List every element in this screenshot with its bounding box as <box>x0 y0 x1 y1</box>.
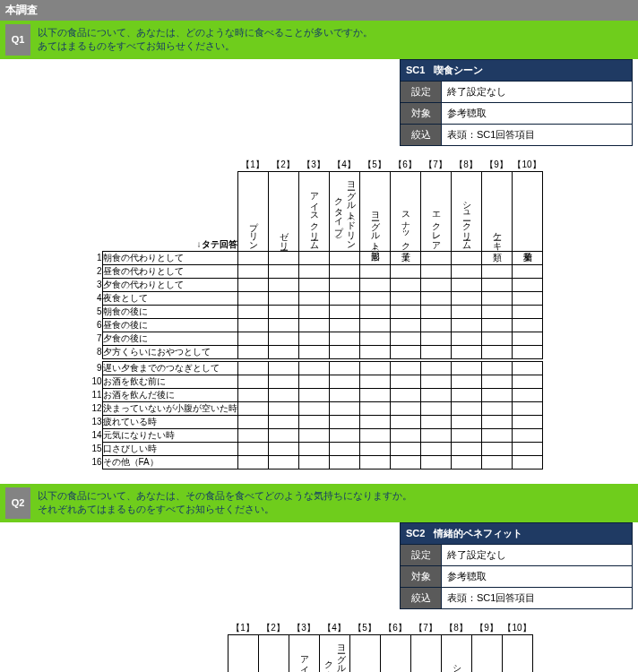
matrix-cell[interactable] <box>390 291 420 305</box>
matrix-cell[interactable] <box>329 264 359 278</box>
matrix-cell[interactable] <box>359 305 390 318</box>
matrix-cell[interactable] <box>420 401 451 415</box>
matrix-cell[interactable] <box>481 401 512 415</box>
matrix-cell[interactable] <box>237 345 268 358</box>
matrix-cell[interactable] <box>390 388 420 401</box>
matrix-cell[interactable] <box>481 291 512 305</box>
matrix-cell[interactable] <box>268 318 298 332</box>
matrix-cell[interactable] <box>390 455 420 469</box>
matrix-cell[interactable] <box>451 291 481 305</box>
matrix-cell[interactable] <box>359 388 390 401</box>
matrix-cell[interactable] <box>481 442 512 455</box>
matrix-cell[interactable] <box>237 251 268 264</box>
matrix-cell[interactable] <box>298 291 329 305</box>
matrix-cell[interactable] <box>298 375 329 388</box>
matrix-cell[interactable] <box>390 442 420 455</box>
matrix-cell[interactable] <box>512 401 542 415</box>
matrix-cell[interactable] <box>298 401 329 415</box>
matrix-cell[interactable] <box>329 415 359 428</box>
matrix-cell[interactable] <box>359 428 390 442</box>
matrix-cell[interactable] <box>237 291 268 305</box>
matrix-cell[interactable] <box>359 318 390 332</box>
matrix-cell[interactable] <box>268 291 298 305</box>
matrix-cell[interactable] <box>237 318 268 332</box>
matrix-cell[interactable] <box>268 455 298 469</box>
matrix-cell[interactable] <box>298 415 329 428</box>
matrix-cell[interactable] <box>512 375 542 388</box>
matrix-cell[interactable] <box>268 332 298 345</box>
matrix-cell[interactable] <box>451 455 481 469</box>
matrix-cell[interactable] <box>329 278 359 291</box>
matrix-cell[interactable] <box>298 442 329 455</box>
matrix-cell[interactable] <box>390 251 420 264</box>
matrix-cell[interactable] <box>512 251 542 264</box>
matrix-cell[interactable] <box>237 264 268 278</box>
matrix-cell[interactable] <box>420 375 451 388</box>
matrix-cell[interactable] <box>451 401 481 415</box>
matrix-cell[interactable] <box>451 318 481 332</box>
matrix-cell[interactable] <box>512 388 542 401</box>
matrix-cell[interactable] <box>420 361 451 375</box>
matrix-cell[interactable] <box>390 345 420 358</box>
matrix-cell[interactable] <box>420 305 451 318</box>
matrix-cell[interactable] <box>329 345 359 358</box>
matrix-cell[interactable] <box>512 291 542 305</box>
matrix-cell[interactable] <box>359 455 390 469</box>
matrix-cell[interactable] <box>329 388 359 401</box>
matrix-cell[interactable] <box>298 455 329 469</box>
matrix-cell[interactable] <box>481 455 512 469</box>
matrix-cell[interactable] <box>390 428 420 442</box>
matrix-cell[interactable] <box>451 442 481 455</box>
matrix-cell[interactable] <box>237 428 268 442</box>
matrix-cell[interactable] <box>237 401 268 415</box>
matrix-cell[interactable] <box>512 455 542 469</box>
matrix-cell[interactable] <box>298 251 329 264</box>
matrix-cell[interactable] <box>237 361 268 375</box>
matrix-cell[interactable] <box>481 428 512 442</box>
matrix-cell[interactable] <box>237 388 268 401</box>
matrix-cell[interactable] <box>298 305 329 318</box>
matrix-cell[interactable] <box>390 375 420 388</box>
matrix-cell[interactable] <box>268 415 298 428</box>
matrix-cell[interactable] <box>512 442 542 455</box>
matrix-cell[interactable] <box>451 428 481 442</box>
matrix-cell[interactable] <box>390 415 420 428</box>
matrix-cell[interactable] <box>237 415 268 428</box>
matrix-cell[interactable] <box>237 332 268 345</box>
matrix-cell[interactable] <box>359 264 390 278</box>
matrix-cell[interactable] <box>512 332 542 345</box>
matrix-cell[interactable] <box>390 318 420 332</box>
matrix-cell[interactable] <box>451 264 481 278</box>
matrix-cell[interactable] <box>237 305 268 318</box>
matrix-cell[interactable] <box>268 361 298 375</box>
matrix-cell[interactable] <box>268 442 298 455</box>
matrix-cell[interactable] <box>359 345 390 358</box>
matrix-cell[interactable] <box>420 251 451 264</box>
matrix-cell[interactable] <box>329 428 359 442</box>
matrix-cell[interactable] <box>451 251 481 264</box>
matrix-cell[interactable] <box>237 455 268 469</box>
matrix-cell[interactable] <box>329 251 359 264</box>
matrix-cell[interactable] <box>298 264 329 278</box>
matrix-cell[interactable] <box>512 278 542 291</box>
matrix-cell[interactable] <box>420 291 451 305</box>
matrix-cell[interactable] <box>420 345 451 358</box>
matrix-cell[interactable] <box>512 264 542 278</box>
matrix-cell[interactable] <box>481 318 512 332</box>
matrix-cell[interactable] <box>512 305 542 318</box>
matrix-cell[interactable] <box>329 375 359 388</box>
matrix-cell[interactable] <box>329 361 359 375</box>
matrix-cell[interactable] <box>420 428 451 442</box>
matrix-cell[interactable] <box>268 264 298 278</box>
matrix-cell[interactable] <box>329 318 359 332</box>
matrix-cell[interactable] <box>512 361 542 375</box>
matrix-cell[interactable] <box>359 375 390 388</box>
matrix-cell[interactable] <box>481 305 512 318</box>
matrix-cell[interactable] <box>390 305 420 318</box>
matrix-cell[interactable] <box>390 332 420 345</box>
matrix-cell[interactable] <box>359 332 390 345</box>
matrix-cell[interactable] <box>237 442 268 455</box>
matrix-cell[interactable] <box>268 401 298 415</box>
matrix-cell[interactable] <box>420 318 451 332</box>
matrix-cell[interactable] <box>420 388 451 401</box>
